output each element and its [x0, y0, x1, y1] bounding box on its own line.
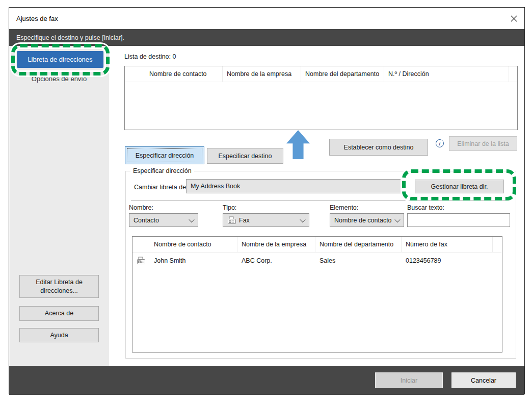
fax-icon	[137, 257, 146, 265]
button-label: Ayuda	[50, 331, 68, 340]
row-department: Sales	[315, 257, 402, 264]
header-contact-name[interactable]: Nombre de contacto	[150, 237, 237, 252]
header-filler	[493, 237, 502, 252]
type-filter-dropdown[interactable]: Fax	[223, 213, 309, 227]
remove-from-list-button[interactable]: Eliminar de la lista	[449, 136, 517, 151]
edit-address-book-button[interactable]: Editar Libreta de direcciones...	[19, 275, 99, 298]
contact-row[interactable]: John Smith ABC Corp. Sales 0123456789	[132, 253, 502, 269]
contact-list[interactable]: Nombre de contacto Nombre de la empresa …	[132, 236, 502, 353]
group-label: Especificar dirección	[130, 167, 194, 174]
search-text-label: Buscar texto:	[407, 204, 444, 211]
fax-settings-dialog: Ajustes de fax Especifique el destino y …	[9, 7, 525, 394]
type-filter-label: Tipo:	[223, 204, 236, 211]
sidebar-item-send-options[interactable]: Opciones de envío	[9, 75, 109, 83]
set-as-destination-button[interactable]: Establecer como destino	[329, 139, 428, 156]
about-button[interactable]: Acerca de	[19, 306, 99, 321]
close-icon	[511, 15, 517, 22]
element-filter-dropdown[interactable]: Nombre de contacto	[330, 213, 404, 227]
tab-specify-address[interactable]: Especificar dirección	[125, 146, 204, 164]
destination-list[interactable]: Nombre de contacto Nombre de la empresa …	[124, 66, 518, 130]
button-label: Editar Libreta de direcciones...	[27, 278, 91, 295]
chevron-down-icon	[189, 216, 194, 222]
address-book-field: My Address Book	[186, 179, 402, 193]
dropdown-value: Contacto	[134, 217, 159, 224]
manage-address-book-button[interactable]: Gestionar libreta dir.	[415, 180, 504, 193]
button-label: Acerca de	[45, 309, 73, 318]
info-glyph: i	[439, 141, 441, 146]
tab-specify-destination[interactable]: Especificar destino	[207, 148, 283, 164]
chevron-down-icon	[394, 216, 400, 222]
destination-count-label: Lista de destino: 0	[124, 53, 176, 60]
title-bar: Ajustes de fax	[9, 8, 524, 29]
info-icon[interactable]: i	[436, 139, 444, 147]
specify-address-group: Especificar dirección Cambiar libreta de…	[125, 171, 516, 359]
up-arrow-icon	[286, 130, 310, 159]
fax-icon	[227, 216, 236, 224]
sidebar: Libreta de direcciones Opciones de envío…	[9, 46, 109, 366]
button-label: Cancelar	[471, 377, 496, 384]
address-book-value: My Address Book	[191, 183, 240, 190]
sidebar-item-address-book[interactable]: Libreta de direcciones	[17, 51, 103, 68]
start-button[interactable]: Iniciar	[375, 372, 443, 388]
instruction-text: Especifique el destino y pulse [Iniciar]…	[16, 34, 124, 41]
window-title: Ajustes de fax	[16, 15, 58, 22]
instruction-bar: Especifique el destino y pulse [Iniciar]…	[9, 29, 524, 46]
main-panel: Lista de destino: 0 Nombre de contacto N…	[109, 46, 524, 366]
header-fax-number[interactable]: Número de fax	[402, 237, 493, 252]
button-label: Gestionar libreta dir.	[431, 183, 488, 190]
header-icon-column	[125, 66, 145, 82]
destination-list-header: Nombre de contacto Nombre de la empresa …	[125, 66, 517, 82]
header-department-name[interactable]: Nombre del departamento	[301, 66, 384, 82]
close-button[interactable]	[505, 11, 522, 26]
change-book-label: Cambiar libreta de	[134, 184, 186, 191]
row-fax-number: 0123456789	[402, 257, 493, 264]
focus-ring	[127, 148, 202, 162]
button-label: Iniciar	[401, 377, 417, 384]
row-company-name: ABC Corp.	[237, 257, 315, 264]
footer-bar: Iniciar Cancelar	[9, 366, 524, 395]
header-number-address[interactable]: N.º / Dirección	[384, 66, 509, 82]
tab-label: Especificar destino	[219, 153, 272, 160]
dropdown-value: Nombre de contacto	[334, 217, 392, 224]
row-contact-name: John Smith	[150, 257, 237, 264]
header-company-name[interactable]: Nombre de la empresa	[223, 66, 301, 82]
button-label: Establecer como destino	[344, 144, 414, 151]
header-company-name[interactable]: Nombre de la empresa	[237, 237, 315, 252]
dropdown-value: Fax	[239, 217, 250, 224]
header-filler	[509, 66, 517, 82]
row-fax-icon-cell	[132, 257, 150, 265]
header-department-name[interactable]: Nombre del departamento	[315, 237, 402, 252]
divider	[131, 200, 510, 200]
chevron-down-icon	[300, 216, 305, 222]
header-contact-name[interactable]: Nombre de contacto	[145, 66, 223, 82]
button-label: Eliminar de la lista	[457, 140, 509, 147]
cancel-button[interactable]: Cancelar	[451, 372, 516, 388]
contact-list-header: Nombre de contacto Nombre de la empresa …	[132, 237, 502, 253]
element-filter-label: Elemento:	[330, 204, 358, 211]
help-button[interactable]: Ayuda	[19, 328, 99, 342]
header-icon-column	[132, 237, 150, 252]
name-filter-dropdown[interactable]: Contacto	[129, 213, 198, 227]
sidebar-item-label: Libreta de direcciones	[28, 56, 92, 63]
sidebar-item-label: Opciones de envío	[32, 75, 87, 83]
name-filter-label: Nombre:	[129, 204, 153, 211]
search-text-input[interactable]	[407, 213, 510, 227]
